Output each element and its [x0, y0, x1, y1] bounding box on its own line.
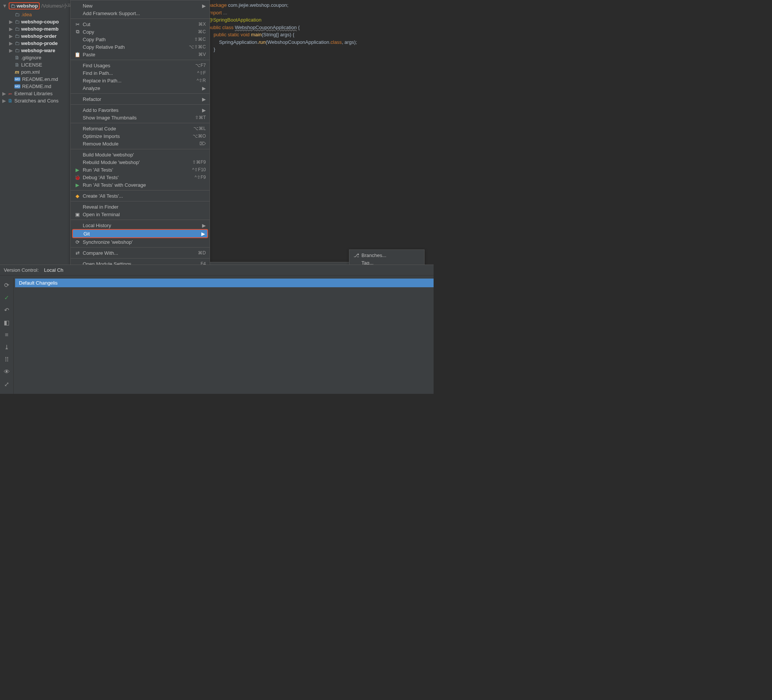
paste-icon: 📋	[74, 51, 80, 57]
expand-arrow-icon[interactable]: ▶	[9, 48, 13, 53]
menu-item-remove-module[interactable]: Remove Module⌦	[70, 140, 209, 148]
menu-item-find-in-path[interactable]: Find in Path...^⇧F	[70, 69, 209, 77]
code-line[interactable]: import ...	[182, 9, 433, 16]
expand-icon[interactable]: ⤢	[4, 380, 9, 388]
preview-icon[interactable]: 👁	[4, 369, 10, 375]
tree-item[interactable]: ▶🗀webshop-prode	[0, 40, 72, 47]
code-line[interactable]: @SpringBootApplication	[182, 16, 433, 24]
run-all-tests--icon: ▶	[74, 167, 80, 173]
tree-item[interactable]: mpom.xml	[0, 69, 72, 75]
menu-item-analyze[interactable]: Analyze▶	[70, 84, 209, 92]
menu-label: Git	[83, 231, 196, 237]
menu-item-replace-in-path[interactable]: Replace in Path...^⇧R	[70, 77, 209, 84]
submenu-arrow-icon: ▶	[202, 3, 206, 9]
tree-item[interactable]: 🗎LICENSE	[0, 61, 72, 69]
menu-item-run-all-tests[interactable]: ▶Run 'All Tests'^⇧F10	[70, 166, 209, 174]
group-icon[interactable]: ⠿	[5, 356, 9, 363]
menu-separator	[70, 247, 209, 248]
menu-item-show-image-thumbnails[interactable]: Show Image Thumbnails⇧⌘T	[70, 114, 209, 121]
tree-label: pom.xml	[21, 69, 40, 75]
menu-item-run-all-tests-with-coverage[interactable]: ▶Run 'All Tests' with Coverage	[70, 181, 209, 189]
scratches[interactable]: ▶🗎 Scratches and Cons	[0, 97, 72, 104]
menu-item-open-in-terminal[interactable]: ▣Open in Terminal	[70, 210, 209, 218]
menu-item-copy-path[interactable]: Copy Path⇧⌘C	[70, 36, 209, 43]
menu-item-cut[interactable]: ✂Cut⌘X	[70, 20, 209, 28]
shortcut: ^⇧R	[189, 78, 206, 83]
menu-item-compare-with[interactable]: ⇄Compare With...⌘D	[70, 249, 209, 257]
breadcrumb: ▼ 🗀 webshop /Volumes/小可爱/IdeaProjects/we…	[0, 1, 72, 11]
commit-icon[interactable]: ✓	[4, 294, 9, 301]
submenu-arrow-icon: ▶	[202, 107, 206, 113]
menu-label: Debug 'All Tests'	[83, 175, 185, 180]
synchronize-webshop--icon: ⟳	[74, 239, 80, 245]
menu-item-add-to-favorites[interactable]: Add to Favorites▶	[70, 106, 209, 114]
vc-local-changes-tab[interactable]: Local Ch	[44, 267, 64, 273]
default-changelist[interactable]: Default Changelis	[15, 279, 433, 287]
expand-arrow-icon[interactable]: ▶	[9, 33, 13, 39]
refresh-icon[interactable]: ⟳	[4, 282, 9, 289]
menu-label: Open in Terminal	[83, 211, 206, 217]
project-name: webshop	[16, 3, 38, 9]
tree-item[interactable]: ▶🗀webshop-memb	[0, 25, 72, 33]
menu-item-copy-relative-path[interactable]: Copy Relative Path⌥⇧⌘C	[70, 43, 209, 51]
code-line[interactable]: }	[182, 46, 433, 53]
expand-arrow-icon[interactable]: ▶	[9, 19, 13, 25]
menu-item-create-all-tests[interactable]: ◆Create 'All Tests'...	[70, 192, 209, 200]
create-all-tests--icon: ◆	[74, 193, 80, 199]
menu-item-debug-all-tests[interactable]: 🐞Debug 'All Tests'^⇧F9	[70, 174, 209, 181]
tree-item[interactable]: ▶🗀webshop-coupo	[0, 18, 72, 25]
menu-item-reformat-code[interactable]: Reformat Code⌥⌘L	[70, 125, 209, 132]
code-line[interactable]: 1package com.jiejie.webshop.coupon;	[182, 2, 433, 9]
menu-item-optimize-imports[interactable]: Optimize Imports⌥⌘O	[70, 132, 209, 140]
menu-label: Copy Path	[83, 37, 184, 42]
menu-separator	[70, 60, 209, 60]
open-in-terminal-icon: ▣	[74, 211, 80, 217]
version-control-panel: Version Control: Local Ch ⟳ ✓ ↶ ◧ ≡ ⤓ ⠿ …	[0, 265, 433, 394]
expand-arrow-icon[interactable]: ▶	[9, 26, 13, 32]
maven-icon: m	[14, 70, 20, 75]
menu-item-rebuild-module-webshop[interactable]: Rebuild Module 'webshop'⇧⌘F9	[70, 158, 209, 166]
expand-arrow-icon[interactable]: ▶	[9, 41, 13, 46]
code-line[interactable]: }	[182, 53, 433, 61]
tree-item[interactable]: ▶🗀webshop-ware	[0, 47, 72, 54]
tree-item[interactable]: ▶🗀webshop-order	[0, 33, 72, 40]
menu-separator	[70, 93, 209, 94]
module-icon: 🗀	[14, 41, 20, 46]
menu-label: Branches...	[361, 252, 420, 258]
menu-item-refactor[interactable]: Refactor▶	[70, 95, 209, 103]
tree-item[interactable]: 🗀.idea	[0, 11, 72, 18]
tree-item[interactable]: MDREADME.en.md	[0, 75, 72, 83]
code-line[interactable]: public class WebshopCouponApplication {	[182, 24, 433, 31]
revert-icon[interactable]: ↶	[4, 307, 9, 314]
menu-item-add-framework-support[interactable]: Add Framework Support...	[70, 10, 209, 17]
changelist-icon[interactable]: ≡	[5, 331, 8, 338]
project-path: /Volumes/小可爱/IdeaProjects/webshop	[41, 3, 72, 10]
code-line[interactable]: SpringApplication.run(WebshopCouponAppli…	[182, 39, 433, 46]
diff-icon[interactable]: ◧	[4, 319, 10, 326]
menu-item-copy[interactable]: ⧉Copy⌘C	[70, 28, 209, 36]
menu-label: Run 'All Tests'	[83, 167, 182, 173]
branches--icon: ⎇	[353, 252, 359, 258]
menu-item-local-history[interactable]: Local History▶	[70, 221, 209, 229]
menu-label: Local History	[83, 223, 197, 228]
shortcut: ⌥⌘O	[185, 133, 206, 139]
project-root[interactable]: 🗀 webshop	[9, 2, 40, 10]
menu-item-reveal-in-finder[interactable]: Reveal in Finder	[70, 203, 209, 210]
menu-item-branches[interactable]: ⎇Branches...	[349, 251, 424, 259]
menu-label: Synchronize 'webshop'	[83, 239, 206, 245]
editor[interactable]: 1package com.jiejie.webshop.coupon;impor…	[179, 0, 433, 265]
code-line[interactable]: public static void main(String[] args) {	[182, 31, 433, 39]
menu-item-synchronize-webshop[interactable]: ⟳Synchronize 'webshop'	[70, 238, 209, 246]
menu-item-paste[interactable]: 📋Paste⌘V	[70, 51, 209, 58]
menu-item-new[interactable]: New▶	[70, 2, 209, 10]
tree-item[interactable]: 🗎.gitignore	[0, 54, 72, 61]
tree-label: webshop-memb	[21, 26, 59, 32]
menu-label: Refactor	[83, 97, 197, 102]
menu-item-find-usages[interactable]: Find Usages⌥F7	[70, 62, 209, 69]
external-libraries[interactable]: ▶⫭ External Libraries	[0, 90, 72, 97]
tree-label: .gitignore	[21, 55, 41, 61]
menu-item-git[interactable]: Git▶	[72, 229, 208, 238]
shelve-icon[interactable]: ⤓	[4, 344, 9, 351]
tree-item[interactable]: MDREADME.md	[0, 83, 72, 90]
menu-item-build-module-webshop[interactable]: Build Module 'webshop'	[70, 151, 209, 158]
